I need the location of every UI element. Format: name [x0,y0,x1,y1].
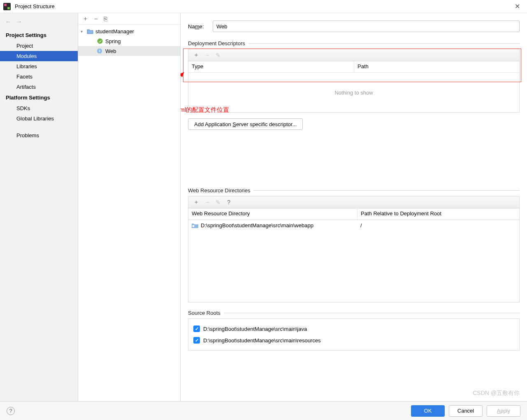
add-server-descriptor-button[interactable]: Add Application Server specific descript… [188,118,303,130]
svg-point-7 [193,225,195,227]
svg-point-3 [98,39,103,44]
dd-title: Deployment Descriptors [188,40,245,46]
wrd-path-cell: / [357,222,519,228]
sidebar-item-facets[interactable]: Facets [0,72,78,82]
cancel-button[interactable]: Cancel [449,405,483,417]
svg-marker-6 [181,72,184,77]
wrd-toolbar: ＋ − ✎ ? [188,196,520,208]
module-tree-panel: ＋ − ⎘ ▾ studentManager Spring [78,13,181,401]
copy-icon[interactable]: ⎘ [104,15,107,22]
nav-forward-icon[interactable]: → [16,18,22,25]
list-item[interactable]: ✓ D:\springBoot\studentManage\src\main\j… [193,323,514,335]
dd-edit-icon: ✎ [216,52,221,58]
wrd-help-icon[interactable]: ? [227,199,230,205]
window-title: Project Structure [15,3,511,9]
wrd-col-path: Path Relative to Deployment Root [358,208,519,219]
tree-node-spring[interactable]: Spring [78,36,180,46]
dd-remove-icon: − [206,52,209,58]
sr-path: D:\springBoot\studentManage\src\main\jav… [203,326,307,332]
svg-rect-1 [4,4,7,6]
tree-node-root[interactable]: ▾ studentManager [78,26,180,36]
sr-title: Source Roots [188,310,221,316]
wrd-remove-icon: − [206,199,209,205]
dd-table: Type Path Nothing to show [188,61,520,113]
tree-node-root-label: studentManager [95,28,134,35]
wrd-title: Web Resource Directories [188,187,250,194]
tree-node-spring-label: Spring [105,38,121,44]
deployment-descriptors-section: Deployment Descriptors ＋ − ✎ Type Path N… [188,40,520,130]
apply-button: Apply [487,405,520,417]
dd-empty-text: Nothing to show [188,73,519,112]
remove-icon[interactable]: − [94,15,98,22]
ok-button[interactable]: OK [411,405,445,417]
folder-icon [86,28,94,35]
source-roots-list: ✓ D:\springBoot\studentManage\src\main\j… [188,318,520,351]
tree-toolbar: ＋ − ⎘ [78,13,180,25]
sidebar-item-sdks[interactable]: SDKs [0,103,78,113]
close-icon[interactable]: ✕ [511,2,524,10]
sidebar-heading-platform-settings: Platform Settings [0,92,78,103]
spring-icon [96,38,104,44]
sidebar: ← → Project Settings Project Modules Lib… [0,13,78,401]
footer: ? OK Cancel Apply [0,401,527,420]
content-panel: Name: Deployment Descriptors ＋ − ✎ Type … [181,13,527,401]
dd-add-icon[interactable]: ＋ [193,51,199,59]
titlebar: Project Structure ✕ [0,0,527,13]
app-icon [3,3,11,10]
nav-back-icon[interactable]: ← [5,18,12,25]
sidebar-item-artifacts[interactable]: Artifacts [0,82,78,92]
wrd-add-icon[interactable]: ＋ [193,198,199,206]
add-icon[interactable]: ＋ [82,15,88,23]
dd-col-type: Type [188,61,354,72]
sidebar-item-modules[interactable]: Modules [0,51,78,61]
chevron-down-icon[interactable]: ▾ [81,29,86,34]
tree-node-web-label: Web [105,48,116,54]
help-icon[interactable]: ? [7,407,15,415]
web-icon [96,48,104,54]
sidebar-item-project[interactable]: Project [0,41,78,51]
checkbox-checked-icon[interactable]: ✓ [193,325,200,332]
dd-col-path: Path [354,61,519,72]
svg-line-5 [181,72,184,102]
list-item[interactable]: ✓ D:\springBoot\studentManage\src\main\r… [193,335,514,346]
sr-path: D:\springBoot\studentManage\src\main\res… [203,337,320,344]
sidebar-item-global-libraries[interactable]: Global Libraries [0,113,78,124]
wrd-edit-icon: ✎ [216,199,221,205]
svg-rect-2 [7,7,10,9]
name-label: Name: [188,23,213,30]
wrd-col-dir: Web Resource Directory [188,208,357,219]
folder-icon [192,223,198,228]
annotation-text: 添加你的web.xml的配置文件位置 [181,106,229,114]
dd-toolbar: ＋ − ✎ [188,49,520,61]
sidebar-item-problems[interactable]: Problems [0,130,78,141]
tree-node-web[interactable]: Web [78,46,180,56]
watermark: CSDN @五敷有你 [473,390,520,397]
wrd-table: Web Resource Directory Path Relative to … [188,208,520,302]
sidebar-heading-project-settings: Project Settings [0,30,78,41]
module-tree: ▾ studentManager Spring Web [78,25,180,56]
table-row[interactable]: D:\springBoot\studentManage\src\main\web… [188,220,519,231]
sidebar-item-libraries[interactable]: Libraries [0,61,78,72]
name-input[interactable] [213,21,520,32]
checkbox-checked-icon[interactable]: ✓ [193,337,200,344]
wrd-dir-cell: D:\springBoot\studentManage\src\main\web… [201,222,313,228]
